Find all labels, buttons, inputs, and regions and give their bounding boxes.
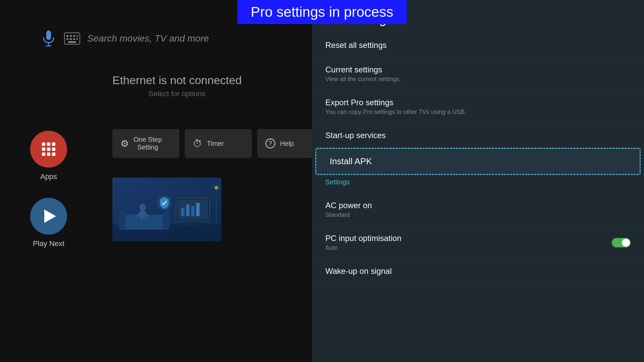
- search-placeholder[interactable]: Search movies, TV and more: [87, 33, 209, 44]
- ethernet-title: Ethernet is not connected: [112, 74, 242, 87]
- svg-point-27: [139, 204, 146, 210]
- wake-up-title: Wake-up on signal: [325, 266, 631, 276]
- svg-rect-8: [66, 38, 68, 40]
- svg-rect-0: [46, 31, 51, 40]
- install-apk-item[interactable]: Install APK: [315, 148, 641, 175]
- pc-input-text: PC input optimisation Auto: [325, 234, 401, 251]
- timer-label: Timer: [207, 140, 224, 147]
- apps-dot: [47, 153, 50, 156]
- apps-dot: [42, 142, 45, 146]
- help-label: Help: [280, 140, 294, 147]
- one-step-label: One StepSetting: [133, 136, 162, 151]
- svg-rect-17: [163, 211, 169, 230]
- current-settings-item[interactable]: Current settings View all the current se…: [312, 58, 644, 90]
- video-thumb-inner: [112, 178, 221, 241]
- svg-point-33: [215, 186, 218, 189]
- ac-power-title: AC power on: [325, 201, 631, 210]
- play-triangle-icon: [44, 209, 56, 223]
- svg-rect-5: [70, 35, 72, 37]
- svg-rect-23: [196, 203, 200, 216]
- export-settings-sub: You can copy Pro settings to other TVs u…: [325, 109, 631, 116]
- toggle-knob: [622, 239, 630, 247]
- ethernet-subtitle: Select for options: [112, 89, 242, 98]
- help-icon: ?: [265, 138, 275, 148]
- apps-grid-icon: [35, 136, 62, 163]
- reset-settings-title: Reset all settings: [325, 41, 631, 50]
- svg-rect-21: [186, 204, 190, 216]
- mic-icon[interactable]: [40, 30, 57, 47]
- apps-dot: [52, 147, 55, 151]
- svg-rect-4: [66, 35, 68, 37]
- apps-shortcut[interactable]: Apps: [30, 131, 67, 181]
- pc-input-title: PC input optimisation: [325, 234, 401, 243]
- install-apk-title: Install APK: [330, 156, 626, 167]
- play-next-circle-icon: [30, 198, 67, 235]
- settings-link-text: Settings: [325, 178, 350, 186]
- apps-circle-icon: [30, 131, 67, 168]
- timer-icon: ⏱: [193, 138, 202, 149]
- keyboard-icon[interactable]: [64, 30, 80, 47]
- svg-rect-9: [70, 38, 72, 40]
- ac-power-item[interactable]: AC power on Standard: [312, 193, 644, 226]
- svg-rect-16: [119, 211, 126, 230]
- timer-button[interactable]: ⏱ Timer: [185, 129, 252, 158]
- svg-rect-6: [73, 35, 75, 37]
- one-step-icon: ⚙: [120, 138, 129, 149]
- svg-rect-25: [185, 225, 199, 226]
- apps-dot: [42, 147, 45, 151]
- pro-settings-panel: Pro settings Reset all settings Current …: [312, 0, 644, 362]
- svg-rect-11: [76, 38, 78, 40]
- apps-dot: [52, 153, 55, 156]
- apps-dot: [52, 142, 55, 146]
- settings-link-item[interactable]: Settings: [312, 175, 644, 193]
- play-next-shortcut[interactable]: Play Next: [30, 198, 67, 248]
- ac-power-sub: Standard: [325, 212, 631, 219]
- apps-dot: [47, 147, 50, 151]
- play-next-label: Play Next: [33, 239, 64, 248]
- svg-rect-28: [140, 210, 145, 219]
- ethernet-notice[interactable]: Ethernet is not connected Select for opt…: [112, 74, 242, 98]
- startup-services-title: Start-up services: [325, 131, 631, 140]
- pc-input-row: PC input optimisation Auto: [325, 234, 631, 251]
- settings-list: Reset all settings Current settings View…: [312, 26, 644, 290]
- export-settings-title: Export Pro settings: [325, 98, 631, 107]
- video-thumbnail[interactable]: [112, 178, 221, 241]
- apps-dot: [47, 142, 50, 146]
- svg-rect-22: [191, 206, 195, 216]
- svg-rect-15: [122, 215, 169, 230]
- pc-input-item[interactable]: PC input optimisation Auto: [312, 226, 644, 259]
- wake-up-item[interactable]: Wake-up on signal: [312, 259, 644, 284]
- banner-text: Pro settings in process: [251, 4, 393, 20]
- export-settings-item[interactable]: Export Pro settings You can copy Pro set…: [312, 90, 644, 123]
- startup-services-item[interactable]: Start-up services: [312, 123, 644, 148]
- reset-settings-item[interactable]: Reset all settings: [312, 33, 644, 58]
- pc-input-toggle[interactable]: [612, 238, 631, 247]
- current-settings-title: Current settings: [325, 65, 631, 74]
- top-banner: Pro settings in process: [237, 0, 407, 24]
- svg-rect-20: [181, 208, 184, 216]
- pc-input-sub: Auto: [325, 244, 401, 251]
- svg-rect-7: [76, 35, 78, 37]
- apps-label: Apps: [40, 172, 57, 181]
- current-settings-sub: View all the current settings.: [325, 76, 631, 83]
- apps-dot: [42, 153, 45, 156]
- one-step-setting-button[interactable]: ⚙ One StepSetting: [112, 129, 179, 158]
- svg-rect-10: [73, 38, 75, 40]
- svg-rect-12: [68, 41, 76, 43]
